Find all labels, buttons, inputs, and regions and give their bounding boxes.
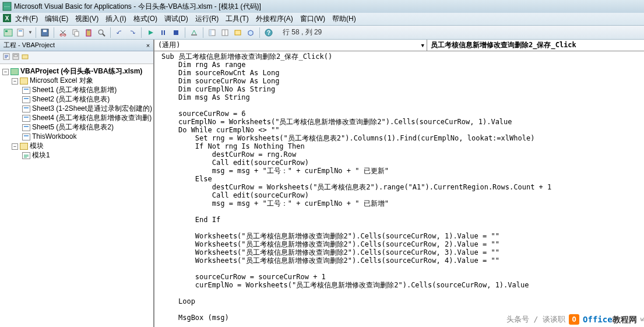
tree-module[interactable]: 模块1: [1, 150, 152, 160]
project-pane-label: 工程 - VBAProject: [3, 41, 55, 50]
reset-button[interactable]: [170, 27, 182, 38]
menubar: X 文件(F) 编辑(E) 视图(V) 插入(I) 格式(O) 调试(D) 运行…: [0, 13, 644, 26]
vba-app-icon: ⋯: [2, 2, 12, 11]
save-button[interactable]: [39, 27, 51, 38]
toolbar-separator: [110, 27, 111, 38]
chevron-down-icon: ▼: [421, 43, 424, 48]
tree-sheet[interactable]: Sheet4 (员工考核信息新增修改查询删): [1, 113, 152, 122]
tree-modules-folder[interactable]: −模块: [1, 141, 152, 150]
tree-sheet[interactable]: Sheet1 (员工考核信息新增): [1, 85, 152, 94]
menu-run[interactable]: 运行(R): [192, 13, 223, 25]
menu-view[interactable]: 视图(V): [72, 13, 102, 25]
project-pane-title: 工程 - VBAProject ×: [0, 40, 153, 51]
tree-sheet[interactable]: Sheet5 (员工考核信息表2): [1, 122, 152, 132]
tree-thisworkbook[interactable]: ThisWorkbook: [1, 132, 152, 141]
run-button[interactable]: [145, 27, 156, 38]
svg-rect-17: [161, 30, 163, 35]
project-tree[interactable]: −VBAProject (今日头条-VBA练习.xlsm) −Microsoft…: [0, 64, 153, 327]
menu-insert[interactable]: 插入(I): [102, 13, 129, 25]
menu-addins[interactable]: 外接程序(A): [252, 13, 297, 25]
window-title: Microsoft Visual Basic for Applications …: [14, 2, 261, 12]
menu-debug[interactable]: 调试(D): [161, 13, 192, 25]
excel-icon[interactable]: X: [2, 13, 12, 24]
view-excel-button[interactable]: [2, 27, 14, 38]
dropdown-arrow-icon[interactable]: ▼: [28, 30, 33, 35]
toolbar-separator: [259, 27, 260, 38]
svg-point-16: [98, 30, 103, 34]
toolbar: ▼ ? 行 58 , 列 29: [0, 26, 644, 40]
toolbar-separator: [203, 27, 203, 38]
tree-project-root[interactable]: −VBAProject (今日头条-VBA练习.xlsm): [1, 66, 152, 76]
cursor-position: 行 58 , 列 29: [283, 27, 322, 37]
procedure-dropdown[interactable]: 员工考核信息新增修改查询删除2_保存_Click▼: [427, 40, 644, 51]
code-pane: (通用)▼ 员工考核信息新增修改查询删除2_保存_Click▼ Sub 员工考核…: [154, 40, 644, 327]
project-pane-toolbar: [0, 51, 153, 64]
svg-text:?: ?: [267, 30, 270, 36]
toolbar-separator: [36, 27, 36, 38]
svg-rect-29: [14, 55, 17, 57]
svg-text:X: X: [5, 15, 9, 22]
menu-format[interactable]: 格式(O): [130, 13, 161, 25]
find-button[interactable]: [96, 27, 107, 38]
svg-rect-18: [164, 30, 165, 35]
help-button[interactable]: ?: [263, 27, 275, 38]
code-header: (通用)▼ 员工考核信息新增修改查询删除2_保存_Click▼: [154, 40, 644, 51]
view-code-button[interactable]: [2, 52, 10, 62]
pane-close-icon[interactable]: ×: [146, 42, 150, 49]
watermark: 头条号 / 谈谈职 O Office教程网 www.office26.com: [506, 314, 644, 325]
svg-text:⋯: ⋯: [4, 3, 10, 10]
svg-rect-9: [43, 30, 47, 32]
svg-rect-22: [209, 30, 212, 36]
insert-module-button[interactable]: [15, 27, 27, 38]
window-titlebar: ⋯ Microsoft Visual Basic for Application…: [0, 0, 644, 13]
menu-window[interactable]: 窗口(W): [297, 13, 329, 25]
break-button[interactable]: [157, 27, 169, 38]
tree-excel-objects[interactable]: −Microsoft Excel 对象: [1, 76, 152, 85]
toggle-folders-button[interactable]: [21, 52, 29, 62]
svg-rect-13: [75, 31, 79, 36]
cut-button[interactable]: [57, 27, 69, 38]
menu-tools[interactable]: 工具(T): [222, 13, 252, 25]
project-explorer-button[interactable]: [206, 27, 218, 38]
project-explorer: 工程 - VBAProject × −VBAProject (今日头条-VBA练…: [0, 40, 154, 327]
menu-edit[interactable]: 编辑(E): [41, 13, 72, 25]
redo-button[interactable]: [126, 27, 138, 38]
copy-button[interactable]: [70, 27, 82, 38]
svg-rect-6: [17, 29, 23, 36]
office-logo-icon: O: [569, 314, 579, 325]
toolbar-separator: [54, 27, 54, 38]
toolbox-button[interactable]: [245, 27, 256, 38]
view-object-button[interactable]: [12, 52, 20, 62]
svg-rect-20: [191, 34, 197, 36]
undo-button[interactable]: [114, 27, 125, 38]
paste-button[interactable]: [83, 27, 94, 38]
properties-button[interactable]: [219, 27, 231, 38]
toolbar-separator: [141, 27, 142, 38]
svg-rect-15: [87, 29, 90, 31]
object-browser-button[interactable]: [232, 27, 244, 38]
tree-sheet[interactable]: Sheet3 (1-2Sheet是通过录制宏创建的): [1, 104, 152, 113]
svg-rect-24: [235, 30, 241, 35]
object-dropdown[interactable]: (通用)▼: [154, 40, 427, 51]
menu-help[interactable]: 帮助(H): [329, 13, 360, 25]
svg-rect-5: [5, 30, 8, 32]
svg-rect-19: [174, 30, 178, 35]
tree-sheet[interactable]: Sheet2 (员工考核信息表): [1, 94, 152, 104]
svg-rect-4: [4, 29, 12, 36]
menu-file[interactable]: 文件(F): [12, 13, 41, 25]
svg-rect-30: [22, 55, 28, 59]
design-mode-button[interactable]: [188, 27, 200, 38]
svg-rect-7: [19, 30, 22, 31]
toolbar-separator: [185, 27, 185, 38]
code-editor[interactable]: Sub 员工考核信息新增修改查询删除2_保存_Click() Dim rng A…: [154, 51, 644, 327]
